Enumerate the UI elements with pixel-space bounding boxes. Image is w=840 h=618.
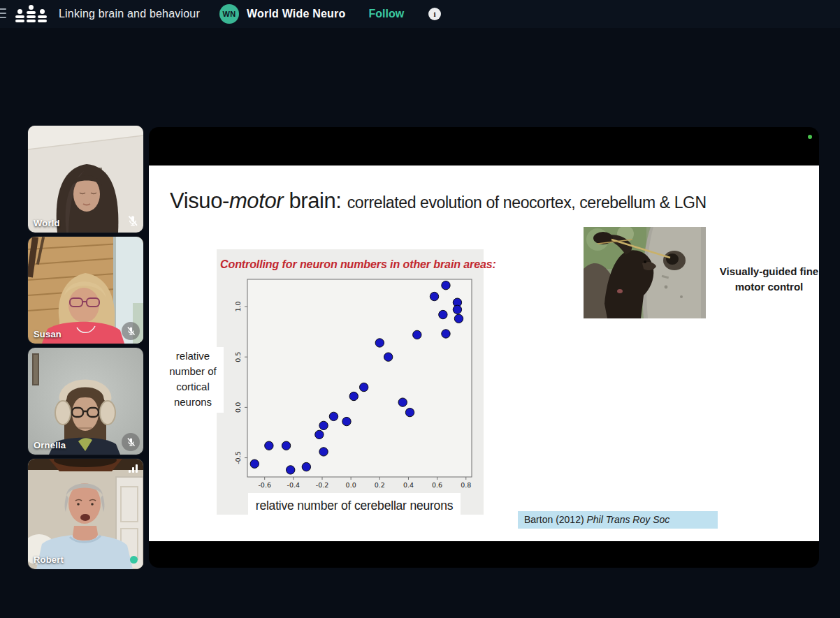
photo-caption: Visually-guided fine motor control bbox=[704, 264, 819, 294]
mic-muted-badge bbox=[122, 433, 140, 451]
event-title: Linking brain and behaviour bbox=[59, 8, 200, 20]
participant-name: Robert bbox=[34, 554, 64, 565]
slide: Visuo-motor brain: correlated evolution … bbox=[149, 165, 819, 541]
signal-strength-icon bbox=[129, 464, 138, 473]
video-tile-world[interactable]: World bbox=[28, 126, 143, 233]
video-tile-robert[interactable]: Robert bbox=[28, 459, 143, 569]
figure-heading: Controlling for neuron numbers in other … bbox=[220, 258, 496, 271]
svg-text:-0.4: -0.4 bbox=[287, 481, 300, 489]
svg-text:-0.5: -0.5 bbox=[234, 451, 242, 464]
video-tile-ornella[interactable]: Ornella bbox=[28, 348, 143, 455]
mic-muted-icon bbox=[125, 436, 137, 448]
info-icon[interactable]: i bbox=[428, 8, 441, 20]
citation-journal: Phil Trans Roy Soc bbox=[587, 514, 670, 525]
mic-muted-icon bbox=[125, 214, 140, 229]
mic-muted-icon bbox=[125, 325, 137, 337]
video-robert bbox=[28, 459, 143, 569]
chimpanzee-photo bbox=[584, 227, 706, 318]
svg-text:0.8: 0.8 bbox=[461, 481, 471, 489]
scatter-plot: -0.6-0.4-0.20.00.20.40.60.8-0.50.00.51.0 bbox=[231, 276, 484, 494]
citation-bar: Barton (2012) Phil Trans Roy Soc bbox=[518, 511, 718, 529]
crowdcast-logo-icon bbox=[15, 6, 47, 22]
x-axis-label: relative number of cerebellar neurons bbox=[248, 493, 461, 520]
participant-name: Susan bbox=[34, 329, 61, 339]
follow-button[interactable]: Follow bbox=[368, 8, 404, 20]
org-name: World Wide Neuro bbox=[247, 8, 345, 20]
svg-text:0.0: 0.0 bbox=[234, 402, 242, 413]
live-indicator-dot bbox=[808, 135, 812, 139]
slide-title-part1: Visuo- bbox=[170, 189, 229, 213]
video-tile-susan[interactable]: Susan bbox=[28, 237, 143, 344]
participant-name: Ornella bbox=[34, 440, 66, 450]
svg-text:0.2: 0.2 bbox=[375, 481, 385, 489]
svg-text:0.4: 0.4 bbox=[403, 481, 414, 489]
slide-title-part4: correlated evolution of neocortex, cereb… bbox=[347, 193, 707, 212]
svg-text:0.5: 0.5 bbox=[234, 352, 242, 362]
presentation-stage: Visuo-motor brain: correlated evolution … bbox=[149, 127, 819, 568]
y-axis-label: relative number of cortical neurons bbox=[162, 347, 224, 413]
mic-muted-badge bbox=[122, 322, 140, 340]
slide-title-part2: motor bbox=[229, 189, 283, 213]
menu-icon[interactable] bbox=[0, 8, 6, 18]
org-avatar[interactable]: WN bbox=[219, 4, 239, 24]
svg-text:0.6: 0.6 bbox=[432, 481, 442, 489]
top-bar: Linking brain and behaviour WN World Wid… bbox=[0, 0, 840, 28]
svg-text:-0.2: -0.2 bbox=[316, 481, 329, 489]
svg-text:-0.6: -0.6 bbox=[258, 481, 271, 489]
svg-text:1.0: 1.0 bbox=[234, 301, 242, 311]
slide-title-part3: brain: bbox=[283, 189, 347, 213]
webinar-page: { "topbar": { "title": "Linking brain an… bbox=[0, 0, 840, 618]
slide-title: Visuo-motor brain: correlated evolution … bbox=[170, 189, 707, 214]
svg-text:0.0: 0.0 bbox=[346, 481, 356, 489]
citation-text: Barton (2012) bbox=[524, 514, 587, 525]
speaking-indicator-dot bbox=[130, 556, 138, 564]
participant-name: World bbox=[34, 218, 60, 228]
